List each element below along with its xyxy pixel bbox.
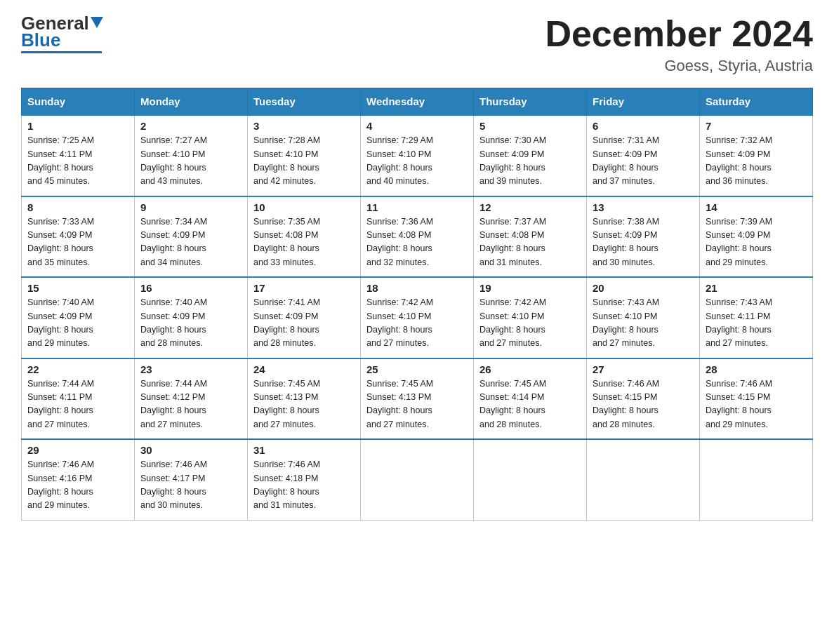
calendar-cell: 17 Sunrise: 7:41 AM Sunset: 4:09 PM Dayl…: [248, 277, 361, 358]
day-info: Sunrise: 7:43 AM Sunset: 4:10 PM Dayligh…: [593, 296, 694, 351]
day-info: Sunrise: 7:45 AM Sunset: 4:13 PM Dayligh…: [253, 377, 355, 432]
day-number: 7: [706, 120, 807, 132]
day-info: Sunrise: 7:36 AM Sunset: 4:08 PM Dayligh…: [366, 215, 468, 270]
calendar-cell: 24 Sunrise: 7:45 AM Sunset: 4:13 PM Dayl…: [248, 358, 361, 440]
day-number: 24: [253, 363, 355, 375]
calendar-cell: [474, 439, 587, 520]
calendar-header-row: SundayMondayTuesdayWednesdayThursdayFrid…: [22, 88, 813, 116]
day-number: 29: [27, 444, 128, 456]
day-info: Sunrise: 7:27 AM Sunset: 4:10 PM Dayligh…: [140, 134, 241, 189]
day-info: Sunrise: 7:46 AM Sunset: 4:17 PM Dayligh…: [140, 458, 241, 513]
calendar-cell: [361, 439, 474, 520]
calendar-cell: 10 Sunrise: 7:35 AM Sunset: 4:08 PM Dayl…: [248, 196, 361, 278]
day-info: Sunrise: 7:39 AM Sunset: 4:09 PM Dayligh…: [706, 215, 807, 270]
day-number: 20: [593, 282, 694, 294]
calendar-cell: 3 Sunrise: 7:28 AM Sunset: 4:10 PM Dayli…: [248, 115, 361, 196]
calendar-cell: 8 Sunrise: 7:33 AM Sunset: 4:09 PM Dayli…: [22, 196, 135, 278]
calendar-week-row: 22 Sunrise: 7:44 AM Sunset: 4:11 PM Dayl…: [22, 358, 813, 440]
calendar-cell: 14 Sunrise: 7:39 AM Sunset: 4:09 PM Dayl…: [700, 196, 813, 278]
day-info: Sunrise: 7:35 AM Sunset: 4:08 PM Dayligh…: [253, 215, 355, 270]
day-info: Sunrise: 7:46 AM Sunset: 4:18 PM Dayligh…: [253, 458, 355, 513]
logo-triangle-icon: [91, 17, 103, 28]
day-info: Sunrise: 7:46 AM Sunset: 4:15 PM Dayligh…: [593, 377, 694, 432]
weekday-header-friday: Friday: [587, 88, 700, 116]
calendar-cell: 4 Sunrise: 7:29 AM Sunset: 4:10 PM Dayli…: [361, 115, 474, 196]
calendar-table: SundayMondayTuesdayWednesdayThursdayFrid…: [21, 88, 813, 521]
weekday-header-tuesday: Tuesday: [248, 88, 361, 116]
day-number: 10: [253, 201, 355, 213]
day-number: 27: [593, 363, 694, 375]
weekday-header-wednesday: Wednesday: [361, 88, 474, 116]
calendar-cell: 30 Sunrise: 7:46 AM Sunset: 4:17 PM Dayl…: [135, 439, 248, 520]
weekday-header-sunday: Sunday: [22, 88, 135, 116]
calendar-cell: 7 Sunrise: 7:32 AM Sunset: 4:09 PM Dayli…: [700, 115, 813, 196]
day-info: Sunrise: 7:42 AM Sunset: 4:10 PM Dayligh…: [479, 296, 581, 351]
day-info: Sunrise: 7:38 AM Sunset: 4:09 PM Dayligh…: [593, 215, 694, 270]
day-info: Sunrise: 7:32 AM Sunset: 4:09 PM Dayligh…: [706, 134, 807, 189]
calendar-cell: 21 Sunrise: 7:43 AM Sunset: 4:11 PM Dayl…: [700, 277, 813, 358]
calendar-cell: 5 Sunrise: 7:30 AM Sunset: 4:09 PM Dayli…: [474, 115, 587, 196]
calendar-cell: [700, 439, 813, 520]
day-number: 3: [253, 120, 355, 132]
day-number: 23: [140, 363, 241, 375]
day-number: 1: [27, 120, 128, 132]
day-number: 31: [253, 444, 355, 456]
calendar-cell: 20 Sunrise: 7:43 AM Sunset: 4:10 PM Dayl…: [587, 277, 700, 358]
logo: General Blue: [21, 14, 103, 53]
day-number: 18: [366, 282, 468, 294]
day-number: 15: [27, 282, 128, 294]
day-info: Sunrise: 7:30 AM Sunset: 4:09 PM Dayligh…: [479, 134, 581, 189]
logo-underline: [21, 51, 102, 53]
day-number: 21: [706, 282, 807, 294]
day-info: Sunrise: 7:44 AM Sunset: 4:11 PM Dayligh…: [27, 377, 128, 432]
day-info: Sunrise: 7:43 AM Sunset: 4:11 PM Dayligh…: [706, 296, 807, 351]
page-title: December 2024: [545, 14, 813, 54]
day-info: Sunrise: 7:33 AM Sunset: 4:09 PM Dayligh…: [27, 215, 128, 270]
weekday-header-monday: Monday: [135, 88, 248, 116]
calendar-cell: 18 Sunrise: 7:42 AM Sunset: 4:10 PM Dayl…: [361, 277, 474, 358]
day-number: 13: [593, 201, 694, 213]
svg-marker-0: [91, 17, 103, 28]
calendar-cell: 23 Sunrise: 7:44 AM Sunset: 4:12 PM Dayl…: [135, 358, 248, 440]
day-number: 9: [140, 201, 241, 213]
page-subtitle: Goess, Styria, Austria: [545, 57, 813, 75]
calendar-cell: [587, 439, 700, 520]
calendar-cell: 12 Sunrise: 7:37 AM Sunset: 4:08 PM Dayl…: [474, 196, 587, 278]
calendar-cell: 28 Sunrise: 7:46 AM Sunset: 4:15 PM Dayl…: [700, 358, 813, 440]
calendar-cell: 25 Sunrise: 7:45 AM Sunset: 4:13 PM Dayl…: [361, 358, 474, 440]
day-number: 28: [706, 363, 807, 375]
day-info: Sunrise: 7:34 AM Sunset: 4:09 PM Dayligh…: [140, 215, 241, 270]
calendar-cell: 15 Sunrise: 7:40 AM Sunset: 4:09 PM Dayl…: [22, 277, 135, 358]
weekday-header-saturday: Saturday: [700, 88, 813, 116]
day-number: 26: [479, 363, 581, 375]
day-number: 25: [366, 363, 468, 375]
calendar-cell: 27 Sunrise: 7:46 AM Sunset: 4:15 PM Dayl…: [587, 358, 700, 440]
day-info: Sunrise: 7:46 AM Sunset: 4:16 PM Dayligh…: [27, 458, 128, 513]
calendar-cell: 29 Sunrise: 7:46 AM Sunset: 4:16 PM Dayl…: [22, 439, 135, 520]
title-area: December 2024 Goess, Styria, Austria: [545, 14, 813, 75]
day-info: Sunrise: 7:45 AM Sunset: 4:13 PM Dayligh…: [366, 377, 468, 432]
calendar-week-row: 8 Sunrise: 7:33 AM Sunset: 4:09 PM Dayli…: [22, 196, 813, 278]
day-info: Sunrise: 7:45 AM Sunset: 4:14 PM Dayligh…: [479, 377, 581, 432]
day-number: 2: [140, 120, 241, 132]
day-number: 11: [366, 201, 468, 213]
day-number: 12: [479, 201, 581, 213]
day-info: Sunrise: 7:44 AM Sunset: 4:12 PM Dayligh…: [140, 377, 241, 432]
day-number: 16: [140, 282, 241, 294]
day-info: Sunrise: 7:42 AM Sunset: 4:10 PM Dayligh…: [366, 296, 468, 351]
day-number: 5: [479, 120, 581, 132]
page-header: General Blue December 2024 Goess, Styria…: [21, 14, 813, 75]
day-number: 22: [27, 363, 128, 375]
calendar-cell: 31 Sunrise: 7:46 AM Sunset: 4:18 PM Dayl…: [248, 439, 361, 520]
calendar-cell: 22 Sunrise: 7:44 AM Sunset: 4:11 PM Dayl…: [22, 358, 135, 440]
day-info: Sunrise: 7:31 AM Sunset: 4:09 PM Dayligh…: [593, 134, 694, 189]
calendar-week-row: 29 Sunrise: 7:46 AM Sunset: 4:16 PM Dayl…: [22, 439, 813, 520]
day-info: Sunrise: 7:37 AM Sunset: 4:08 PM Dayligh…: [479, 215, 581, 270]
calendar-cell: 13 Sunrise: 7:38 AM Sunset: 4:09 PM Dayl…: [587, 196, 700, 278]
day-info: Sunrise: 7:40 AM Sunset: 4:09 PM Dayligh…: [140, 296, 241, 351]
calendar-cell: 1 Sunrise: 7:25 AM Sunset: 4:11 PM Dayli…: [22, 115, 135, 196]
weekday-header-thursday: Thursday: [474, 88, 587, 116]
day-info: Sunrise: 7:28 AM Sunset: 4:10 PM Dayligh…: [253, 134, 355, 189]
day-number: 14: [706, 201, 807, 213]
calendar-cell: 2 Sunrise: 7:27 AM Sunset: 4:10 PM Dayli…: [135, 115, 248, 196]
